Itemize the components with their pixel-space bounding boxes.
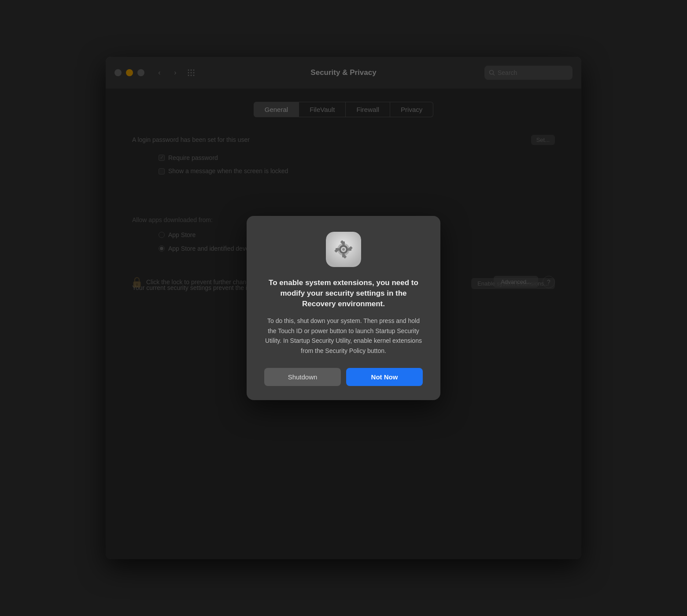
modal-buttons: Shutdown Not Now [264,368,423,386]
gear-svg [326,232,361,267]
system-preferences-icon [326,232,361,267]
dialog: To enable system extensions, you need to… [247,216,440,400]
modal-title: To enable system extensions, you need to… [264,278,423,309]
modal-overlay: To enable system extensions, you need to… [106,57,581,559]
not-now-button[interactable]: Not Now [346,368,423,386]
shutdown-button[interactable]: Shutdown [264,368,341,386]
svg-point-27 [342,248,345,251]
modal-body: To do this, shut down your system. Then … [264,316,423,356]
system-preferences-window: ‹ › Security & Privacy Search [106,57,581,559]
